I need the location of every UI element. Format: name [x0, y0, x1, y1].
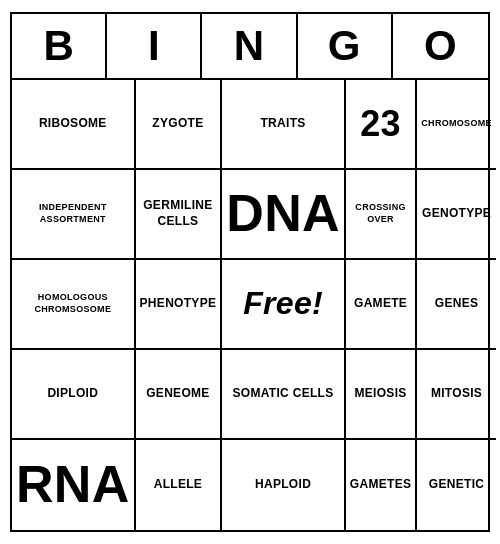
cell-text: MITOSIS	[431, 386, 482, 402]
bingo-cell: TRAITS	[222, 80, 346, 170]
bingo-cell: CHROMOSOME	[417, 80, 496, 170]
cell-text: ALLELE	[154, 477, 202, 493]
cell-text: GENETIC	[429, 477, 484, 493]
bingo-cell: DIPLOID	[12, 350, 136, 440]
bingo-cell: DNA	[222, 170, 346, 260]
cell-text: DIPLOID	[47, 386, 98, 402]
cell-text: CROSSING OVER	[350, 202, 411, 225]
cell-text: GAMETES	[350, 477, 411, 493]
bingo-cell: ZYGOTE	[136, 80, 223, 170]
cell-text: MEIOSIS	[355, 386, 407, 402]
bingo-cell: GENETIC	[417, 440, 496, 530]
header-letter: B	[12, 14, 107, 78]
bingo-cell: MITOSIS	[417, 350, 496, 440]
bingo-cell: 23	[346, 80, 417, 170]
cell-text: DNA	[226, 180, 340, 248]
bingo-cell: SOMATIC CELLS	[222, 350, 346, 440]
cell-text: RIBOSOME	[39, 116, 107, 132]
cell-text: GERMILINE CELLS	[140, 198, 217, 229]
bingo-cell: GERMILINE CELLS	[136, 170, 223, 260]
header-letter: O	[393, 14, 488, 78]
cell-text: 23	[360, 101, 401, 148]
cell-text: GENES	[435, 296, 479, 312]
bingo-cell: HOMOLOGOUS CHROMSOSOME	[12, 260, 136, 350]
cell-text: Free!	[243, 283, 323, 325]
bingo-cell: HAPLOID	[222, 440, 346, 530]
bingo-cell: CROSSING OVER	[346, 170, 417, 260]
cell-text: RNA	[16, 451, 130, 519]
cell-text: GAMETE	[354, 296, 407, 312]
cell-text: PHENOTYPE	[140, 296, 217, 312]
bingo-cell: RNA	[12, 440, 136, 530]
bingo-cell: GENOTYPE	[417, 170, 496, 260]
header-letter: G	[298, 14, 393, 78]
bingo-cell: GAMETES	[346, 440, 417, 530]
bingo-cell: GAMETE	[346, 260, 417, 350]
cell-text: GENEOME	[146, 386, 209, 402]
header-letter: I	[107, 14, 202, 78]
bingo-cell: GENEOME	[136, 350, 223, 440]
bingo-card: BINGO RIBOSOMEZYGOTETRAITS23CHROMOSOMEIN…	[10, 12, 490, 532]
cell-text: HAPLOID	[255, 477, 311, 493]
cell-text: GENOTYPE	[422, 206, 491, 222]
bingo-cell: ALLELE	[136, 440, 223, 530]
cell-text: INDEPENDENT ASSORTMENT	[16, 202, 130, 225]
cell-text: ZYGOTE	[152, 116, 203, 132]
cell-text: TRAITS	[260, 116, 305, 132]
bingo-header: BINGO	[12, 14, 488, 80]
cell-text: CHROMOSOME	[421, 118, 492, 130]
cell-text: SOMATIC CELLS	[233, 386, 334, 402]
bingo-cell: MEIOSIS	[346, 350, 417, 440]
bingo-cell: RIBOSOME	[12, 80, 136, 170]
header-letter: N	[202, 14, 297, 78]
bingo-cell: INDEPENDENT ASSORTMENT	[12, 170, 136, 260]
bingo-grid: RIBOSOMEZYGOTETRAITS23CHROMOSOMEINDEPEND…	[12, 80, 488, 530]
bingo-cell: GENES	[417, 260, 496, 350]
bingo-cell: Free!	[222, 260, 346, 350]
bingo-cell: PHENOTYPE	[136, 260, 223, 350]
cell-text: HOMOLOGOUS CHROMSOSOME	[16, 292, 130, 315]
